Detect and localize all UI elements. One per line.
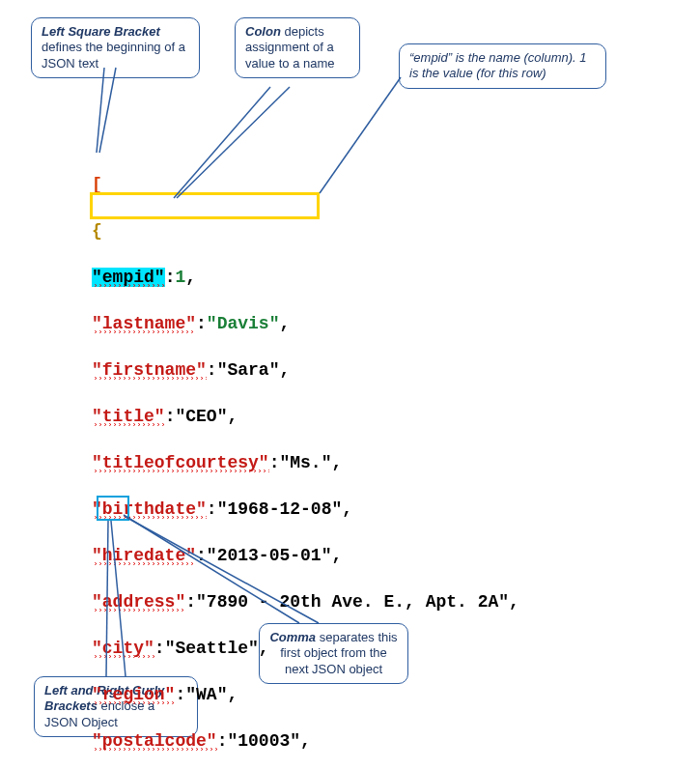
key-titleofcourtesy: "titleofcourtesy": [92, 453, 269, 472]
colon-empid: :: [165, 268, 176, 287]
callout-empid-note: “empid” is the name (column). 1 is the v…: [399, 43, 606, 89]
key-hiredate: "hiredate": [92, 546, 196, 565]
comma-empid: ,: [185, 268, 196, 287]
value-lastname: "Davis": [207, 314, 280, 333]
line-hiredate: "hiredate":"2013-05-01",: [92, 544, 519, 567]
open-curly-brace: {: [92, 221, 102, 241]
value-firstname: "Sara": [217, 360, 280, 380]
value-hiredate: "2013-05-01": [207, 546, 332, 565]
line-address: "address":"7890 - 20th Ave. E., Apt. 2A"…: [92, 590, 519, 613]
line-city: "city":"Seattle",: [92, 637, 519, 660]
value-region: "WA": [185, 685, 227, 704]
value-empid: 1: [175, 268, 185, 287]
line-open-brace: {: [92, 219, 519, 242]
svg-line-0: [97, 68, 104, 153]
line-region: "region":"WA",: [92, 683, 519, 706]
key-firstname: "firstname": [92, 360, 207, 380]
callout-left-bracket-rest: defines the beginning of a JSON text: [42, 40, 185, 70]
key-empid: "empid": [92, 268, 165, 287]
key-postalcode: "postalcode": [92, 731, 217, 751]
value-title: "CEO": [175, 407, 227, 426]
key-title: "title": [92, 407, 165, 426]
line-open-bracket: [: [92, 173, 519, 196]
key-region: "region": [92, 685, 175, 704]
line-postalcode: "postalcode":"10003",: [92, 729, 519, 753]
key-lastname: "lastname": [92, 314, 196, 333]
line-empid: "empid":1,: [92, 266, 519, 289]
line-firstname: "firstname":"Sara",: [92, 358, 519, 382]
open-square-bracket: [: [92, 175, 102, 194]
line-birthdate: "birthdate":"1968-12-08",: [92, 498, 519, 521]
callout-colon-bold: Colon: [245, 24, 281, 39]
value-address: "7890 - 20th Ave. E., Apt. 2A": [196, 592, 509, 612]
svg-line-1: [99, 68, 116, 153]
callout-colon: Colon depicts assignment of a value to a…: [235, 17, 360, 78]
value-titleofcourtesy: "Ms.": [279, 453, 331, 472]
key-birthdate: "birthdate": [92, 499, 207, 519]
line-lastname: "lastname":"Davis",: [92, 312, 519, 335]
callout-left-bracket: Left Square Bracket defines the beginnin…: [31, 17, 200, 78]
value-birthdate: "1968-12-08": [217, 499, 343, 519]
key-city: "city": [92, 639, 154, 658]
value-city: "Seattle": [165, 639, 259, 658]
json-code-block: [ { "empid":1, "lastname":"Davis", "firs…: [92, 150, 519, 769]
key-address: "address": [92, 592, 185, 612]
line-titleofcourtesy: "titleofcourtesy":"Ms.",: [92, 451, 519, 474]
value-postalcode: "10003": [227, 731, 300, 751]
callout-left-bracket-bold: Left Square Bracket: [42, 24, 160, 39]
line-title: "title":"CEO",: [92, 405, 519, 428]
callout-empid-note-text: “empid” is the name (column). 1 is the v…: [409, 50, 587, 80]
